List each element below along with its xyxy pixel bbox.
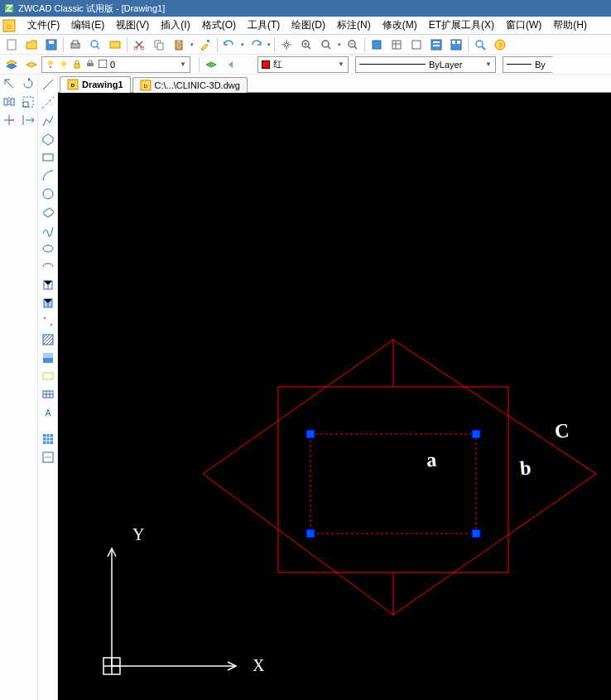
drawing-canvas[interactable]: Y X a b C <box>58 93 611 700</box>
paste-dropdown[interactable]: ▾ <box>189 36 195 54</box>
menu-window[interactable]: 窗口(W) <box>500 16 547 35</box>
svg-rect-49 <box>43 353 53 358</box>
tab-drawing1[interactable]: D Drawing1 <box>60 76 131 93</box>
svg-point-33 <box>61 61 66 66</box>
menu-edit[interactable]: 编辑(E) <box>65 16 110 35</box>
make-block-tool[interactable] <box>39 295 57 311</box>
line-swatch <box>359 64 426 65</box>
menu-bar: D 文件(F) 编辑(E) 视图(V) 插入(I) 格式(O) 工具(T) 绘图… <box>0 17 611 35</box>
circle-tool[interactable] <box>39 186 57 202</box>
save-button[interactable] <box>42 36 60 54</box>
menu-format[interactable]: 格式(O) <box>196 16 242 35</box>
zoom-realtime-button[interactable] <box>297 36 315 54</box>
revcloud-tool[interactable] <box>39 204 57 220</box>
xline-tool[interactable] <box>39 94 57 111</box>
table-tool[interactable] <box>39 386 57 403</box>
dwg-icon: D <box>67 79 79 90</box>
annotation-a: a <box>426 449 437 472</box>
cut-button[interactable] <box>130 36 148 54</box>
gradient-tool[interactable] <box>39 350 57 366</box>
lineweight-combo[interactable]: By <box>503 56 552 73</box>
rectangle-tool[interactable] <box>39 149 57 166</box>
menu-view[interactable]: 视图(V) <box>110 16 155 35</box>
copy-button[interactable] <box>150 36 168 54</box>
redo-button[interactable] <box>247 36 265 54</box>
preview-button[interactable] <box>86 36 104 54</box>
zoom-button[interactable] <box>471 36 489 54</box>
axis-y-label: Y <box>132 525 144 543</box>
tab-clinic3d[interactable]: D C:\...\CLINIC-3D.dwg <box>132 77 248 93</box>
undo-dropdown[interactable]: ▾ <box>239 36 246 54</box>
ellipse-tool[interactable] <box>39 240 57 257</box>
line-swatch <box>507 64 532 65</box>
annotation-b: b <box>519 456 532 480</box>
point-tool[interactable] <box>39 313 57 330</box>
new-button[interactable] <box>2 36 21 54</box>
move-tool[interactable] <box>1 75 18 93</box>
scale-tool[interactable] <box>20 93 37 111</box>
print-button[interactable] <box>66 36 84 54</box>
svg-point-45 <box>44 317 46 319</box>
publish-button[interactable] <box>106 36 124 54</box>
paste-button[interactable] <box>170 36 188 54</box>
dim-style-tool[interactable] <box>39 449 57 466</box>
layer-prev-button[interactable] <box>222 56 240 74</box>
polygon-tool[interactable] <box>39 131 57 147</box>
menu-help[interactable]: 帮助(H) <box>547 16 593 35</box>
help-button[interactable]: ? <box>491 36 509 54</box>
layer-make-current-button[interactable] <box>202 56 220 74</box>
menu-modify[interactable]: 修改(M) <box>377 16 423 35</box>
chevron-down-icon: ▼ <box>338 60 344 68</box>
menu-tools[interactable]: 工具(T) <box>242 16 286 35</box>
pan-button[interactable] <box>277 36 296 54</box>
app-logo <box>3 2 15 14</box>
insert-block-tool[interactable] <box>39 277 57 293</box>
region-tool[interactable] <box>39 368 57 384</box>
extend-tool[interactable] <box>20 111 37 129</box>
lineweight-label: By <box>535 60 546 70</box>
svg-rect-40 <box>43 154 53 161</box>
title-bar: ZWCAD Classic 试用版 - [Drawing1] <box>0 0 611 17</box>
menu-et[interactable]: ET扩展工具(X) <box>423 16 500 35</box>
tool3-button[interactable] <box>407 36 426 54</box>
matchprop-button[interactable] <box>196 36 214 54</box>
ellipse-arc-tool[interactable] <box>39 258 57 275</box>
zoom-prev-button[interactable] <box>344 36 362 54</box>
menu-draw[interactable]: 绘图(D) <box>286 16 331 35</box>
linetype-combo[interactable]: ByLayer ▼ <box>355 56 496 73</box>
tool2-button[interactable] <box>387 36 406 54</box>
open-button[interactable] <box>22 36 41 54</box>
spline-tool[interactable] <box>39 222 57 239</box>
rotate-tool[interactable] <box>20 75 37 93</box>
arc-tool[interactable] <box>39 167 57 184</box>
redo-dropdown[interactable]: ▾ <box>266 36 272 54</box>
svg-point-41 <box>43 189 53 199</box>
menu-dim[interactable]: 标注(N) <box>331 16 377 35</box>
hatch-tool[interactable] <box>39 331 57 348</box>
tool1-button[interactable] <box>368 36 386 54</box>
svg-point-16 <box>285 43 288 46</box>
separator <box>127 37 127 52</box>
layer-state-button[interactable] <box>22 56 41 74</box>
zoom-dropdown[interactable]: ▾ <box>336 36 343 54</box>
svg-rect-15 <box>207 40 209 42</box>
polyline-tool[interactable] <box>39 113 57 129</box>
modify-palette <box>0 75 38 700</box>
line-tool[interactable] <box>39 76 57 93</box>
undo-button[interactable] <box>220 36 238 54</box>
svg-rect-64 <box>472 430 480 438</box>
grid-tool[interactable] <box>39 431 57 447</box>
svg-rect-8 <box>110 41 120 48</box>
properties-button[interactable] <box>427 36 445 54</box>
menu-file[interactable]: 文件(F) <box>22 16 65 35</box>
layer-combo[interactable]: 0 ▼ <box>41 56 190 73</box>
color-combo[interactable]: 红 ▼ <box>257 56 349 73</box>
mtext-tool[interactable]: A <box>39 404 57 421</box>
svg-rect-66 <box>472 529 480 538</box>
menu-insert[interactable]: 插入(I) <box>155 16 195 35</box>
trim-tool[interactable] <box>1 111 18 129</box>
zoom-window-button[interactable] <box>317 36 335 54</box>
layer-props-button[interactable] <box>2 56 21 74</box>
design-center-button[interactable] <box>447 36 465 54</box>
mirror-tool[interactable] <box>1 93 18 111</box>
